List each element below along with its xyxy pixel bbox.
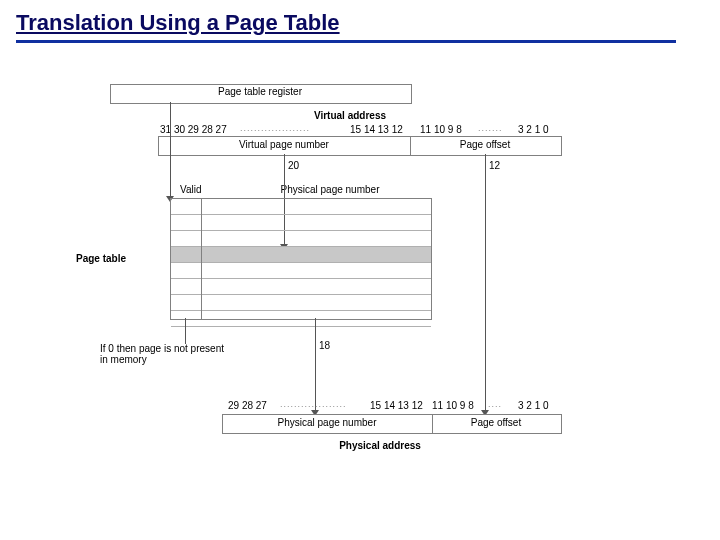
pa-dots-2: ····: [488, 401, 502, 411]
vpn-width-arrow: [284, 154, 285, 184]
pa-bits-right1: 11 10 9 8: [432, 400, 474, 411]
vpn-width-label: 20: [288, 160, 299, 171]
slide: Translation Using a Page Table Page tabl…: [0, 0, 720, 540]
va-offset-label: Page offset: [410, 139, 560, 150]
not-present-label: If 0 then page is not present in memory: [100, 343, 230, 365]
pa-bits-left: 29 28 27: [228, 400, 267, 411]
va-bits-right2: 3 2 1 0: [518, 124, 549, 135]
pa-offset-label: Page offset: [432, 417, 560, 428]
va-bits-right1: 11 10 9 8: [420, 124, 462, 135]
va-dots-2: ·······: [478, 125, 503, 135]
offset-width-label: 12: [489, 160, 500, 171]
va-dots-1: ····················: [240, 125, 310, 135]
address-translation-diagram: Page table register Virtual address 31 3…: [110, 78, 640, 498]
page-table-register-label: Page table register: [210, 86, 310, 97]
offset-width-arrow: [485, 154, 486, 414]
page-table-label: Page table: [76, 253, 166, 264]
vpn-label: Virtual page number: [158, 139, 410, 150]
pa-bits-mid: 15 14 13 12: [370, 400, 423, 411]
pa-dots-1: ···················: [280, 401, 347, 411]
title-underline: [16, 40, 676, 43]
valid-label: Valid: [180, 184, 202, 195]
va-bits-mid: 15 14 13 12: [350, 124, 403, 135]
ppn-out-arrow: [315, 318, 316, 412]
pa-bits-right2: 3 2 1 0: [518, 400, 549, 411]
virtual-address-label: Virtual address: [290, 110, 410, 121]
ppn-width-label: 18: [319, 340, 330, 351]
physical-address-label: Physical address: [310, 440, 450, 451]
ppn-label: Physical page number: [222, 417, 432, 428]
ppn-column-label: Physical page number: [250, 184, 410, 195]
valid-column: [201, 199, 202, 319]
valid-check-arrow: [185, 318, 186, 344]
slide-title: Translation Using a Page Table: [16, 10, 340, 36]
page-table: [170, 198, 432, 320]
ptbr-pointer: [170, 102, 171, 198]
